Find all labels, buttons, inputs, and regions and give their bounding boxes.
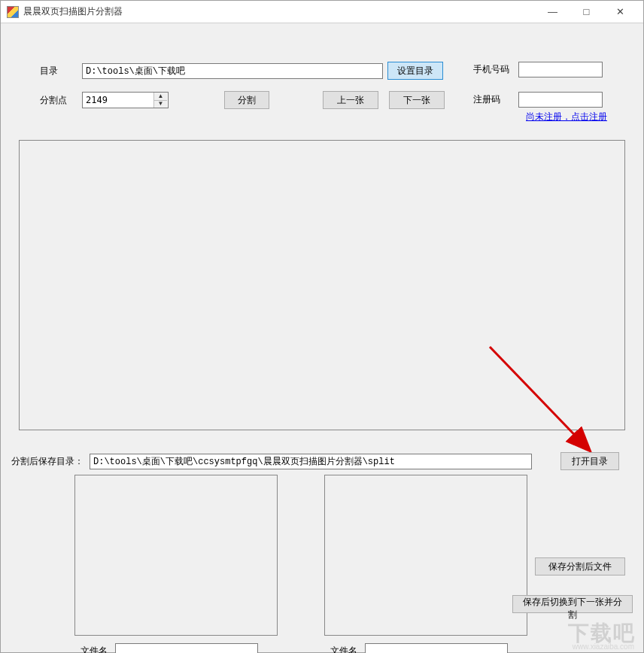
regcode-input[interactable] [518,92,603,108]
splitpoint-label: 分割点 [40,94,82,107]
app-window: 晨晨双页扫描图片分割器 ― □ ✕ 目录 设置目录 手机号码 分割点 ▲ ▼ [0,0,644,653]
preview-left-panel [74,475,278,636]
register-link[interactable]: 尚未注册，点击注册 [526,111,607,123]
splitpoint-stepper[interactable]: ▲ ▼ [82,92,169,108]
content-area: 目录 设置目录 手机号码 分割点 ▲ ▼ 分割 上一张 下一张 注册码 [1,23,643,652]
filename-b-label: 文件名 [330,645,357,653]
minimize-button[interactable]: ― [536,1,570,23]
next-button[interactable]: 下一张 [389,91,445,109]
splitpoint-input[interactable] [83,93,153,108]
window-title: 晨晨双页扫描图片分割器 [23,5,123,18]
save-split-button[interactable]: 保存分割后文件 [535,557,625,576]
filename-a-input[interactable] [115,643,258,653]
app-icon [7,6,19,18]
save-next-button[interactable]: 保存后切换到下一张并分割 [512,595,633,613]
close-button[interactable]: ✕ [603,1,637,23]
spin-down-icon[interactable]: ▼ [154,101,167,108]
filename-a-label: 文件名 [80,645,108,653]
split-button[interactable]: 分割 [224,91,269,109]
directory-label: 目录 [40,65,82,77]
prev-button[interactable]: 上一张 [323,91,378,109]
titlebar: 晨晨双页扫描图片分割器 ― □ ✕ [1,1,643,23]
save-dir-input[interactable] [90,454,532,469]
save-dir-label: 分割后保存目录： [11,455,84,468]
preview-right-panel [324,475,527,636]
watermark-sub: www.xiazaiba.com [573,642,634,651]
set-directory-button[interactable]: 设置目录 [387,62,443,80]
spin-up-icon[interactable]: ▲ [154,93,167,101]
main-preview-panel [19,140,625,430]
phone-input[interactable] [518,62,603,77]
directory-input[interactable] [82,63,383,79]
phone-label: 手机号码 [473,63,518,76]
regcode-label: 注册码 [473,93,518,106]
watermark-text: 下载吧 [568,619,636,648]
open-dir-button[interactable]: 打开目录 [560,452,619,470]
filename-b-input[interactable] [365,643,508,653]
maximize-button[interactable]: □ [570,1,603,23]
